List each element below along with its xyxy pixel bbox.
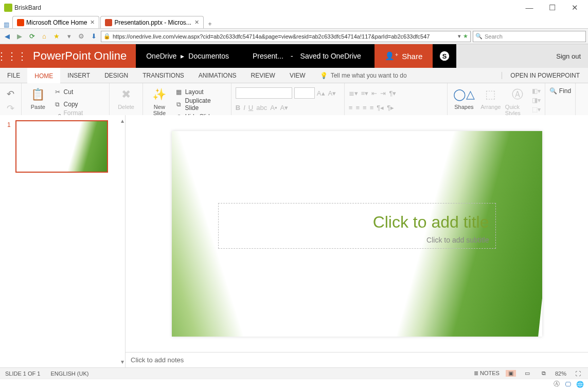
crumb-file[interactable]: Present... — [253, 52, 283, 60]
tab-insert[interactable]: INSERT — [60, 68, 97, 83]
shape-fill-button[interactable]: ◧▾ — [532, 87, 541, 95]
arrange-button[interactable]: ⬚ Arrange — [478, 85, 503, 110]
crumb-onedrive[interactable]: OneDrive — [146, 52, 176, 60]
slideshow-button[interactable]: ⧉ — [539, 370, 549, 377]
share-button[interactable]: 👤⁺ Share — [375, 44, 433, 68]
back-button[interactable]: ◀ — [2, 31, 12, 42]
bold-button[interactable]: B — [236, 104, 240, 112]
open-in-powerpoint-button[interactable]: OPEN IN POWERPOINT — [502, 72, 588, 79]
normal-view-button[interactable]: ▣ — [506, 370, 516, 377]
forward-button[interactable]: ▶ — [14, 31, 25, 42]
duplicate-icon: ⧉ — [175, 101, 183, 108]
layout-button[interactable]: ▦Layout — [174, 86, 227, 98]
minimize-button[interactable]: — — [518, 0, 541, 15]
redo-button[interactable]: ↷ — [7, 103, 14, 114]
font-family-select[interactable] — [236, 87, 292, 99]
address-bar[interactable]: 🔒 https://onedrive.live.com/view.aspx?ci… — [101, 31, 471, 42]
justify-button[interactable]: ≡ — [370, 104, 374, 112]
font-size-select[interactable] — [294, 87, 315, 99]
tab-review[interactable]: REVIEW — [244, 68, 282, 83]
underline-button[interactable]: U — [248, 104, 253, 112]
title-text[interactable]: Click to add title — [286, 213, 489, 232]
slide[interactable]: Click to add title Click to add subtitle — [172, 131, 542, 337]
title-placeholder[interactable]: Click to add title Click to add subtitle — [218, 203, 496, 249]
crumb-folder[interactable]: Documentos — [188, 52, 229, 60]
scroll-up-icon[interactable]: ▴ — [121, 117, 124, 124]
language-indicator[interactable]: ENGLISH (UK) — [50, 371, 88, 377]
grow-font-icon[interactable]: A▴ — [317, 89, 325, 97]
close-button[interactable]: ✕ — [563, 0, 586, 15]
numbering-button[interactable]: ≡▾ — [361, 89, 369, 97]
ltr-button[interactable]: ¶▸ — [387, 104, 394, 112]
browser-tab-office[interactable]: Microsoft Office Home ✕ — [12, 16, 99, 28]
undo-button[interactable]: ↶ — [7, 88, 14, 100]
shrink-font-icon[interactable]: A▾ — [328, 89, 336, 97]
tab-home[interactable]: HOME — [27, 68, 60, 83]
reload-button[interactable]: ⟳ — [27, 31, 37, 42]
indent-inc-button[interactable]: ⇥ — [380, 89, 386, 97]
notes-pane[interactable]: Click to add notes — [126, 352, 588, 367]
globe-icon[interactable]: 🌐 — [576, 381, 584, 388]
sidebar-icon[interactable]: ▥ — [2, 21, 10, 28]
home-button[interactable]: ⌂ — [39, 31, 49, 42]
new-tab-button[interactable]: ＋ — [205, 20, 215, 28]
adblock-icon[interactable]: Ⓐ — [554, 380, 560, 388]
slide-thumbnail-1[interactable] — [15, 120, 108, 173]
screen-icon[interactable]: 🖵 — [565, 381, 571, 388]
strike-button[interactable]: abc — [256, 104, 267, 112]
tell-me-search[interactable]: 💡 Tell me what you want to do — [313, 72, 414, 79]
notes-toggle[interactable]: ≣ NOTES — [474, 370, 500, 377]
history-button[interactable]: ▾ — [64, 31, 74, 42]
skype-button[interactable]: S — [433, 44, 456, 68]
reading-view-button[interactable]: ▭ — [522, 370, 532, 377]
tab-animations[interactable]: ANIMATIONS — [191, 68, 244, 83]
shape-effects-button[interactable]: ⬚▾ — [532, 106, 541, 113]
rtl-button[interactable]: ¶◂ — [377, 104, 384, 112]
text-direction-button[interactable]: ¶▾ — [389, 89, 396, 97]
align-center-button[interactable]: ≡ — [355, 104, 360, 112]
zoom-level[interactable]: 82% — [555, 371, 566, 377]
user-area[interactable] — [456, 44, 549, 68]
duplicate-slide-button[interactable]: ⧉Duplicate Slide — [174, 99, 227, 110]
new-slide-button[interactable]: ✨ New Slide — [147, 85, 172, 116]
align-right-button[interactable]: ≡ — [363, 104, 367, 112]
app-header: ⋮⋮⋮ PowerPoint Online OneDrive ▸ Documen… — [0, 44, 588, 68]
cut-button[interactable]: ✂Cut — [52, 86, 105, 98]
tab-view[interactable]: VIEW — [282, 68, 313, 83]
close-tab-icon[interactable]: ✕ — [90, 19, 95, 26]
tab-transitions[interactable]: TRANSITIONS — [135, 68, 191, 83]
tab-file[interactable]: FILE — [0, 68, 27, 83]
subtitle-text[interactable]: Click to add subtitle — [286, 236, 489, 244]
tab-design[interactable]: DESIGN — [97, 68, 135, 83]
paste-button[interactable]: 📋 Paste — [26, 85, 50, 110]
highlight-button[interactable]: A▪ — [270, 104, 277, 112]
dropdown-icon[interactable]: ▾ — [458, 33, 461, 40]
scroll-down-icon[interactable]: ▾ — [121, 358, 124, 365]
browser-tab-presentation[interactable]: Presentation.pptx - Micros... ✕ — [100, 16, 203, 28]
close-tab-icon[interactable]: ✕ — [194, 19, 199, 26]
shape-outline-button[interactable]: ◨▾ — [532, 97, 541, 104]
slide-canvas[interactable]: Click to add title Click to add subtitle — [126, 115, 588, 352]
copy-button[interactable]: ⧉Copy — [52, 99, 105, 110]
status-bar: SLIDE 1 OF 1 ENGLISH (UK) ≣ NOTES ▣ ▭ ⧉ … — [0, 367, 588, 379]
shapes-button[interactable]: ◯△ Shapes — [452, 85, 476, 110]
quick-styles-button[interactable]: Ⓐ Quick Styles — [505, 85, 530, 116]
favorites-star-icon[interactable]: ★ — [463, 33, 468, 40]
bookmark-button[interactable]: ★ — [51, 31, 62, 42]
settings-button[interactable]: ⚙ — [76, 31, 86, 42]
bullets-button[interactable]: ≣▾ — [349, 89, 358, 97]
browser-search[interactable]: 🔍 Search — [473, 31, 586, 42]
find-button[interactable]: 🔍 Find — [549, 87, 571, 95]
fit-to-window-button[interactable]: ⛶ — [573, 371, 583, 377]
clipboard-icon: 📋 — [31, 87, 45, 102]
signout-button[interactable]: Sign out — [549, 44, 588, 68]
align-left-button[interactable]: ≡ — [349, 104, 353, 112]
italic-button[interactable]: I — [243, 104, 245, 112]
maximize-button[interactable]: ☐ — [541, 0, 563, 15]
indent-dec-button[interactable]: ⇤ — [371, 89, 377, 97]
slide-counter[interactable]: SLIDE 1 OF 1 — [5, 371, 40, 377]
download-button[interactable]: ⬇ — [88, 31, 99, 42]
font-color-button[interactable]: A▾ — [280, 104, 289, 112]
app-launcher-button[interactable]: ⋮⋮⋮ — [0, 44, 24, 68]
delete-button[interactable]: ✖ Delete — [114, 85, 138, 110]
